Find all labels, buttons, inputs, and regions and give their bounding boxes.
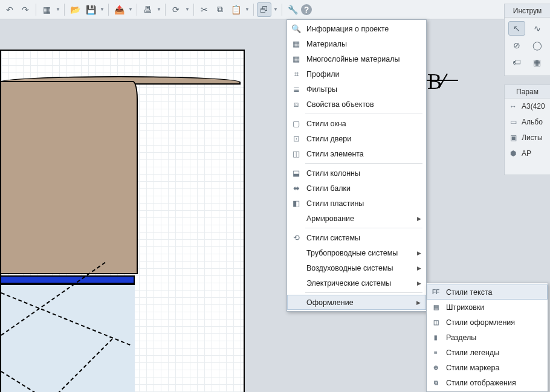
menu-item-icon [291,248,302,259]
windows-button[interactable]: 🗗 [257,2,271,17]
redo-button[interactable]: ↷ [18,2,33,17]
dropdown-caret-icon[interactable]: ▼ [55,7,61,12]
separator [137,4,137,16]
chevron-right-icon: ▶ [417,250,421,256]
menu-item-label: Стили двери [306,135,351,143]
curve-tool[interactable]: ∿ [529,21,546,36]
help-icon: ? [304,5,309,14]
submenu-item[interactable]: ▤Штриховки [427,300,548,315]
circle-tool[interactable]: ◯ [529,38,546,53]
cursor-tool[interactable]: ↖ [508,21,525,36]
formatting-submenu: FFСтили текста▤Штриховки◫Стили оформлени… [426,283,548,392]
menu-item[interactable]: ⟲Стили системы [287,230,426,245]
grid-tool[interactable]: ▦ [529,55,546,69]
box-icon: ▦ [43,5,51,14]
drawing-sheet[interactable] [0,50,245,392]
copy-button[interactable]: ⧉ [213,2,227,17]
paste-button[interactable]: 📋 [228,2,243,17]
param-row[interactable]: ⬢АР [505,146,550,161]
menu-item[interactable]: ◧Стили пластины [287,196,426,211]
settings-button[interactable]: 🔧 [285,2,300,17]
menu-separator [305,163,422,164]
menu-item[interactable]: Воздуховодные системы▶ [287,260,426,275]
submenu-item[interactable]: ▮Разделы [427,330,548,345]
params-panel: Парам ↔А3(420▭Альбо▣Листы⬢АР [504,85,550,175]
menu-item-label: Стили элемента [306,150,364,158]
redo-icon: ↷ [22,5,29,14]
export-icon: 📤 [114,5,125,14]
menu-item[interactable]: ▦Материалы [287,36,426,51]
menu-item-icon: ⊡ [291,133,302,144]
menu-item-icon [291,278,302,289]
submenu-item-label: Стили отображения [446,379,516,387]
tag-tool[interactable]: 🏷 [508,55,525,69]
orbit-tool[interactable]: ⊘ [508,38,525,53]
menu-item[interactable]: ≣Фильтры [287,82,426,97]
model-shape [0,81,138,274]
save-button[interactable]: 💾 [83,2,98,17]
menu-item-label: Оформление [306,298,354,307]
menu-item[interactable]: ⊡Стили двери [287,131,426,146]
menu-item-label: Свойства объектов [306,100,374,109]
param-icon: ▣ [508,133,518,142]
sync-button[interactable]: ⟳ [169,2,183,17]
menu-item[interactable]: Трубопроводные системы▶ [287,245,426,260]
separator [165,4,166,16]
dropdown-caret-icon[interactable]: ▼ [273,7,279,12]
save-icon: 💾 [86,5,96,14]
dropdown-caret-icon[interactable]: ▼ [244,7,250,12]
dropdown-caret-icon[interactable]: ▼ [99,7,105,12]
menu-item[interactable]: ⧈Свойства объектов [287,97,426,112]
menu-item-label: Электрические системы [306,279,391,288]
menu-item-label: Стили колонны [306,169,360,178]
param-row[interactable]: ↔А3(420 [505,98,550,114]
submenu-item[interactable]: ⊕Стили маркера [427,360,548,375]
menu-item-label: Стили окна [306,120,346,128]
menu-item[interactable]: ◫Стили элемента [287,146,426,161]
menu-item[interactable]: 🔍Информация о проекте [287,21,426,36]
separator [282,4,282,16]
menu-item-icon [291,263,302,274]
open-button[interactable]: 📂 [68,2,82,17]
submenu-item-icon: FF [430,287,441,298]
param-label: АР [522,149,531,158]
chevron-right-icon: ▶ [417,216,421,222]
param-label: Альбо [522,118,543,126]
panel-title: Инструм [505,4,550,18]
submenu-item[interactable]: ≡Стили легенды [427,345,548,360]
submenu-item[interactable]: ◫Стили оформления [427,315,548,330]
submenu-item-icon: ≡ [430,347,441,358]
box-button[interactable]: ▦ [39,2,54,17]
dropdown-caret-icon[interactable]: ▼ [128,7,134,12]
menu-item[interactable]: Армирование▶ [287,211,426,226]
menu-item[interactable]: Оформление▶ [287,295,426,310]
param-icon: ⬢ [508,149,518,158]
dropdown-caret-icon[interactable]: ▼ [184,7,190,12]
cut-icon: ✂ [201,5,208,14]
menu-item[interactable]: Электрические системы▶ [287,275,426,291]
menu-item-icon: ⌗ [291,69,302,80]
submenu-item-icon: ⊕ [430,362,441,373]
menu-item[interactable]: ▦Многослойные материалы [287,51,426,66]
help-button[interactable]: ? [301,4,312,15]
param-icon: ▭ [508,118,518,126]
menu-item[interactable]: ⌗Профили [287,66,426,82]
panel-title: Парам [505,85,550,98]
copy-icon: ⧉ [217,4,223,14]
submenu-item[interactable]: ⧉Стили отображения [427,375,548,390]
menu-item[interactable]: ⬓Стили колонны [287,165,426,181]
separator [36,4,36,16]
param-row[interactable]: ▣Листы [505,130,550,146]
undo-button[interactable]: ↶ [2,2,17,17]
menu-item[interactable]: ▢Стили окна [287,116,426,131]
print-button[interactable]: 🖶 [140,2,155,17]
menu-separator [305,228,422,228]
menu-item[interactable]: ⬌Стили балки [287,181,426,196]
chevron-right-icon: ▶ [417,265,421,271]
model-shape [0,275,135,284]
cut-button[interactable]: ✂ [197,2,212,17]
submenu-item[interactable]: FFСтили текста [427,284,548,300]
param-row[interactable]: ▭Альбо [505,114,550,130]
export-button[interactable]: 📤 [112,2,126,17]
dropdown-caret-icon[interactable]: ▼ [156,7,162,12]
